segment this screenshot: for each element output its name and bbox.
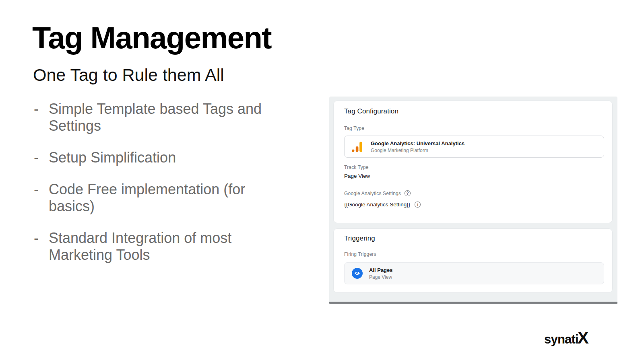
trigger-row[interactable]: All Pages Page View (344, 262, 604, 284)
ga-settings-row: Google Analytics Settings ? (344, 190, 411, 196)
bullet-dash: - (34, 181, 49, 215)
list-item: - Code Free implementation (for basics) (34, 181, 308, 215)
tag-type-row[interactable]: Google Analytics: Universal Analytics Go… (344, 136, 604, 158)
tag-type-vendor: Google Marketing Platform (371, 148, 464, 153)
triggering-heading: Triggering (344, 234, 375, 243)
info-icon[interactable]: i (415, 202, 421, 208)
google-analytics-icon (351, 141, 363, 153)
logo-text: synati (544, 332, 578, 347)
tag-configuration-card: Tag Configuration Tag Type Google Analyt… (333, 101, 613, 223)
ga-settings-value: {{Google Analytics Setting}} (344, 202, 410, 208)
bullet-dash: - (34, 230, 49, 263)
track-type-label: Track Type (344, 165, 369, 170)
pageview-eye-icon (352, 268, 363, 279)
screenshot-bottom-bar (329, 302, 617, 304)
bullet-text: Setup Simplification (49, 149, 176, 166)
ga-settings-value-row: {{Google Analytics Setting}} i (344, 202, 421, 208)
bullet-text: Standard Integration of most Marketing T… (49, 230, 231, 263)
bullet-dash: - (34, 101, 49, 134)
ga-settings-label: Google Analytics Settings (344, 191, 401, 196)
triggering-card: Triggering Firing Triggers All Pages Pag… (333, 228, 613, 293)
tag-configuration-heading: Tag Configuration (344, 107, 398, 115)
list-item: - Standard Integration of most Marketing… (34, 230, 308, 263)
tag-type-name: Google Analytics: Universal Analytics (371, 140, 464, 146)
list-item: - Setup Simplification (34, 149, 308, 166)
synatix-logo: synatiX (544, 328, 588, 348)
help-icon[interactable]: ? (405, 190, 411, 196)
trigger-type: Page View (369, 274, 393, 280)
info-glyph: i (417, 203, 418, 207)
logo-x-letter: X (578, 328, 588, 348)
page-title: Tag Management (32, 22, 271, 54)
list-item: - Simple Template based Tags and Setting… (34, 101, 308, 134)
page-subtitle: One Tag to Rule them All (33, 65, 224, 85)
slide: Tag Management One Tag to Rule them All … (0, 0, 644, 362)
bullet-text: Simple Template based Tags and Settings (49, 101, 262, 134)
trigger-name: All Pages (369, 267, 393, 273)
gtm-screenshot-panel: Tag Configuration Tag Type Google Analyt… (329, 97, 617, 304)
tag-type-label: Tag Type (344, 125, 364, 131)
firing-triggers-label: Firing Triggers (344, 251, 376, 257)
bullet-text: Code Free implementation (for basics) (49, 181, 245, 215)
bullet-list: - Simple Template based Tags and Setting… (34, 101, 308, 278)
track-type-value: Page View (344, 173, 370, 179)
help-glyph: ? (407, 191, 409, 195)
bullet-dash: - (34, 149, 49, 166)
